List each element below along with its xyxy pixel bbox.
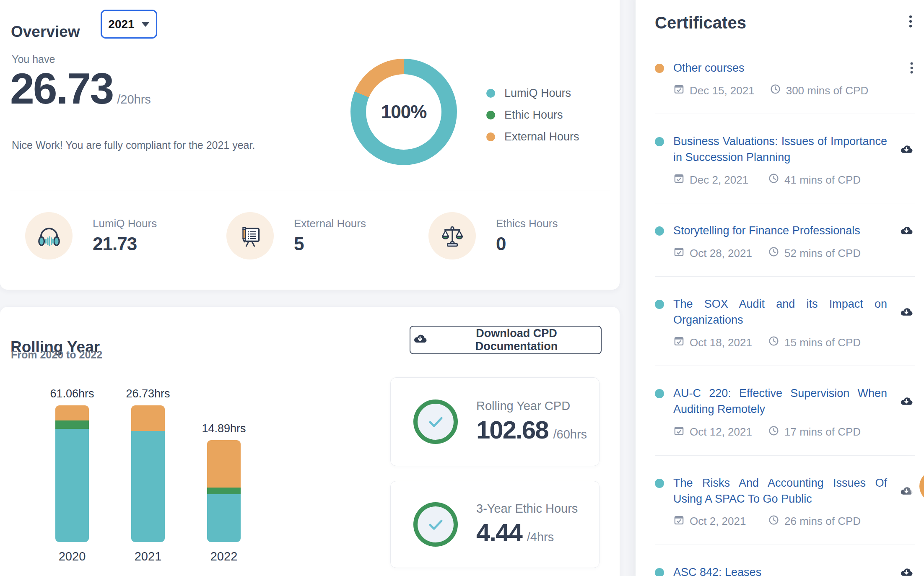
- clock-icon: [770, 83, 781, 98]
- ethic-hours-card: 3-Year Ethic Hours 4.44 /4hrs: [390, 481, 600, 568]
- download-cpd-documentation-button[interactable]: Download CPD Documentation: [410, 326, 602, 354]
- certificate-item: Business Valuations: Issues of Importanc…: [655, 114, 915, 203]
- certificate-title-link[interactable]: AU-C 220: Effective Supervision When Aud…: [673, 385, 887, 417]
- certificate-meta: Dec 15, 2021 300 mins of CPD: [673, 83, 915, 98]
- certificate-date: Oct 18, 2021: [690, 336, 752, 349]
- certificate-item: AU-C 220: Effective Supervision When Aud…: [655, 366, 915, 455]
- certificate-item: ASC 842: Leases Sep 26, 2021 78 mins of …: [655, 545, 915, 576]
- total-hours: 26.73 /20hrs: [10, 63, 151, 114]
- stat-value: 5: [294, 234, 366, 254]
- bar-category-label: 2020: [59, 550, 86, 563]
- certificate-download-button[interactable]: [898, 305, 915, 319]
- total-hours-target: /20hrs: [117, 93, 151, 106]
- certificate-bullet-icon: [655, 479, 664, 488]
- bar-segment-lumiq-hours: [55, 429, 89, 542]
- certificate-meta: Oct 12, 2021 17 mins of CPD: [673, 425, 915, 439]
- certificate-cpd-minutes: 26 mins of CPD: [784, 515, 861, 528]
- stat-ethics-hours: Ethics Hours0: [428, 212, 558, 259]
- bar-segment-ethic-hours: [207, 488, 241, 494]
- calendar-icon: [673, 514, 685, 529]
- calendar-icon: [673, 425, 685, 439]
- kebab-icon: [910, 69, 913, 75]
- certificate-download-button[interactable]: [898, 142, 915, 156]
- rolling-year-cpd-label: Rolling Year CPD: [476, 399, 587, 413]
- stat-lumiq-hours: LumiQ Hours21.73: [25, 212, 157, 259]
- rolling-year-cpd-card: Rolling Year CPD 102.68 /60hrs: [390, 377, 600, 466]
- certificates-menu-button[interactable]: [906, 13, 915, 30]
- certificate-item: The Risks And Accounting Issues Of Using…: [655, 456, 915, 545]
- certificates-panel: Certificates Other courses Dec 15, 2021 …: [636, 0, 924, 576]
- headphones-icon: [25, 212, 73, 259]
- stat-value: 0: [496, 234, 558, 254]
- bar-group-2022: 14.89hrs2022: [207, 388, 241, 542]
- calendar-icon: [673, 173, 685, 187]
- certificate-title-link[interactable]: ASC 842: Leases: [673, 564, 887, 576]
- compliance-message: Nice Work! You are fully compliant for t…: [12, 139, 255, 151]
- legend-label: Ethic Hours: [504, 109, 563, 122]
- calendar-icon: [673, 335, 685, 350]
- certificate-item: Storytelling for Finance Professionals O…: [655, 203, 915, 277]
- bar-segment-external-hours: [131, 405, 165, 431]
- certificate-download-button[interactable]: [898, 394, 915, 408]
- overview-title: Overview: [11, 23, 80, 41]
- scales-icon: [428, 212, 476, 259]
- cloud-download-icon: [900, 312, 913, 319]
- legend-label: External Hours: [504, 130, 579, 143]
- certificate-title-link[interactable]: The SOX Audit and its Impact on Organiza…: [673, 296, 887, 328]
- cloud-download-icon: [900, 573, 913, 576]
- rolling-year-range: From 2020 to 2022: [11, 349, 102, 361]
- total-hours-value: 26.73: [10, 63, 113, 114]
- legend-item: External Hours: [486, 126, 579, 148]
- kebab-icon: [909, 15, 912, 28]
- certificate-date: Dec 2, 2021: [690, 174, 748, 187]
- ethic-hours-target: /4hrs: [527, 530, 554, 544]
- certificate-download-button[interactable]: [898, 565, 915, 576]
- certificate-cpd-minutes: 52 mins of CPD: [784, 247, 861, 260]
- bar-group-2021: 26.73hrs2021: [131, 388, 165, 542]
- bar-total-label: 14.89hrs: [202, 422, 246, 435]
- clock-icon: [768, 514, 779, 529]
- chevron-down-icon: [141, 22, 150, 27]
- bar-segment-external-hours: [55, 405, 89, 420]
- year-selector-value: 2021: [108, 18, 134, 31]
- certificate-title-link[interactable]: Business Valuations: Issues of Importanc…: [673, 133, 887, 165]
- certificate-meta: Dec 2, 2021 41 mins of CPD: [673, 173, 915, 187]
- check-circle-icon: [413, 400, 458, 444]
- stacked-bar: [131, 405, 165, 542]
- stacked-bar: [207, 440, 241, 542]
- legend-label: LumiQ Hours: [504, 87, 571, 100]
- certificate-cpd-minutes: 300 mins of CPD: [786, 84, 869, 97]
- certificate-download-button[interactable]: [898, 484, 915, 498]
- certificate-download-button[interactable]: [898, 223, 915, 238]
- certificate-menu-button[interactable]: [908, 60, 915, 75]
- overview-divider: [10, 190, 610, 190]
- certificate-meta: Oct 18, 2021 15 mins of CPD: [673, 335, 915, 350]
- presentation-icon: [226, 212, 274, 259]
- bar-total-label: 61.06hrs: [50, 387, 94, 400]
- certificate-bullet-icon: [655, 568, 664, 576]
- certificate-title-link[interactable]: Other courses: [673, 60, 887, 76]
- stat-label: Ethics Hours: [496, 217, 558, 230]
- stat-external-hours: External Hours5: [226, 212, 366, 259]
- donut-legend: LumiQ HoursEthic HoursExternal Hours: [486, 82, 579, 148]
- certificate-title-link[interactable]: Storytelling for Finance Professionals: [673, 223, 887, 239]
- donut-percent-label: 100%: [381, 101, 427, 122]
- calendar-icon: [673, 83, 685, 98]
- clock-icon: [768, 173, 779, 187]
- cloud-download-icon: [900, 231, 913, 237]
- clock-icon: [768, 335, 779, 350]
- legend-item: Ethic Hours: [486, 104, 579, 126]
- rolling-year-card: Rolling Year From 2020 to 2022 Download …: [0, 307, 620, 576]
- bar-group-2020: 61.06hrs2020: [55, 388, 89, 542]
- certificate-title-link[interactable]: The Risks And Accounting Issues Of Using…: [673, 475, 887, 507]
- certificate-date: Dec 15, 2021: [690, 84, 755, 97]
- stat-label: LumiQ Hours: [93, 217, 157, 230]
- certificate-bullet-icon: [655, 389, 664, 398]
- certificate-cpd-minutes: 41 mins of CPD: [784, 174, 861, 187]
- certificate-bullet-icon: [655, 137, 664, 146]
- certificate-item: The SOX Audit and its Impact on Organiza…: [655, 277, 915, 366]
- certificate-date: Oct 12, 2021: [690, 426, 752, 438]
- certificate-bullet-icon: [655, 64, 664, 73]
- overview-card: Overview 2021 You have 26.73 /20hrs Nice…: [0, 0, 620, 290]
- year-selector[interactable]: 2021: [101, 10, 157, 39]
